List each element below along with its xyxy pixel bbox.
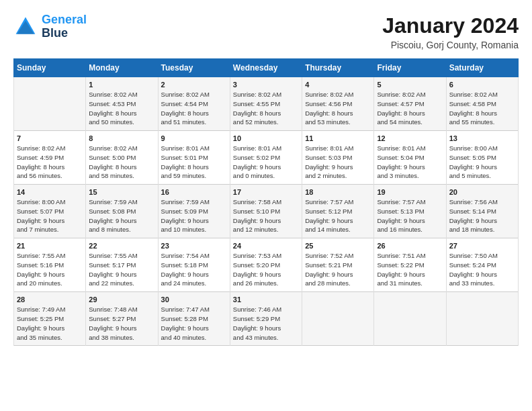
- day-cell: 2Sunrise: 8:02 AMSunset: 4:54 PMDaylight…: [158, 77, 230, 131]
- day-number: 20: [449, 188, 515, 196]
- header-cell-tuesday: Tuesday: [158, 59, 230, 77]
- day-cell: 27Sunrise: 7:50 AMSunset: 5:24 PMDayligh…: [446, 238, 518, 292]
- day-cell: 18Sunrise: 7:57 AMSunset: 5:12 PMDayligh…: [302, 185, 374, 238]
- day-number: 24: [233, 242, 299, 250]
- logo-text: General Blue: [42, 13, 87, 40]
- day-info: Sunrise: 8:01 AMSunset: 5:04 PMDaylight:…: [377, 144, 443, 181]
- day-cell: 12Sunrise: 8:01 AMSunset: 5:04 PMDayligh…: [374, 131, 446, 185]
- day-number: 31: [233, 295, 299, 304]
- header: General Blue January 2024 Piscoiu, Gorj …: [13, 13, 519, 50]
- day-info: Sunrise: 8:02 AMSunset: 4:57 PMDaylight:…: [377, 90, 443, 127]
- day-cell: [14, 77, 86, 131]
- day-number: 14: [17, 188, 83, 196]
- day-info: Sunrise: 7:46 AMSunset: 5:29 PMDaylight:…: [233, 305, 299, 342]
- day-number: 21: [17, 242, 83, 250]
- day-info: Sunrise: 7:59 AMSunset: 5:09 PMDaylight:…: [161, 197, 227, 234]
- day-info: Sunrise: 7:52 AMSunset: 5:21 PMDaylight:…: [305, 251, 371, 288]
- day-number: 16: [161, 188, 227, 196]
- calendar-title: January 2024: [382, 13, 519, 38]
- day-cell: 3Sunrise: 8:02 AMSunset: 4:55 PMDaylight…: [230, 77, 302, 131]
- day-info: Sunrise: 7:47 AMSunset: 5:28 PMDaylight:…: [161, 305, 227, 342]
- day-info: Sunrise: 8:01 AMSunset: 5:02 PMDaylight:…: [233, 144, 299, 181]
- day-number: 28: [17, 295, 83, 304]
- day-info: Sunrise: 7:59 AMSunset: 5:08 PMDaylight:…: [89, 197, 154, 234]
- day-info: Sunrise: 8:01 AMSunset: 5:01 PMDaylight:…: [161, 144, 227, 181]
- day-cell: 29Sunrise: 7:48 AMSunset: 5:27 PMDayligh…: [86, 292, 158, 346]
- title-block: January 2024 Piscoiu, Gorj County, Roman…: [382, 13, 519, 50]
- day-number: 9: [161, 134, 227, 142]
- day-number: 15: [89, 188, 154, 196]
- day-cell: 21Sunrise: 7:55 AMSunset: 5:16 PMDayligh…: [14, 238, 86, 292]
- header-cell-friday: Friday: [374, 59, 446, 77]
- day-cell: 15Sunrise: 7:59 AMSunset: 5:08 PMDayligh…: [86, 185, 158, 238]
- day-info: Sunrise: 8:02 AMSunset: 4:56 PMDaylight:…: [305, 90, 371, 127]
- day-cell: 7Sunrise: 8:02 AMSunset: 4:59 PMDaylight…: [14, 131, 86, 185]
- day-number: 7: [17, 134, 83, 142]
- day-cell: 30Sunrise: 7:47 AMSunset: 5:28 PMDayligh…: [158, 292, 230, 346]
- week-row-1: 1Sunrise: 8:02 AMSunset: 4:53 PMDaylight…: [14, 77, 519, 131]
- header-cell-wednesday: Wednesday: [230, 59, 302, 77]
- day-number: 23: [161, 242, 227, 250]
- logo: General Blue: [13, 13, 87, 40]
- day-number: 13: [449, 134, 515, 142]
- day-info: Sunrise: 7:53 AMSunset: 5:20 PMDaylight:…: [233, 251, 299, 288]
- day-info: Sunrise: 8:00 AMSunset: 5:05 PMDaylight:…: [449, 144, 515, 181]
- day-cell: 19Sunrise: 7:57 AMSunset: 5:13 PMDayligh…: [374, 185, 446, 238]
- day-cell: [302, 292, 374, 346]
- day-info: Sunrise: 7:57 AMSunset: 5:12 PMDaylight:…: [305, 197, 371, 234]
- day-info: Sunrise: 7:58 AMSunset: 5:10 PMDaylight:…: [233, 197, 299, 234]
- day-number: 4: [305, 81, 371, 89]
- week-row-2: 7Sunrise: 8:02 AMSunset: 4:59 PMDaylight…: [14, 131, 519, 185]
- day-info: Sunrise: 8:02 AMSunset: 4:59 PMDaylight:…: [17, 144, 83, 181]
- day-cell: [374, 292, 446, 346]
- day-number: 26: [377, 242, 443, 250]
- day-cell: 20Sunrise: 7:56 AMSunset: 5:14 PMDayligh…: [446, 185, 518, 238]
- day-cell: 13Sunrise: 8:00 AMSunset: 5:05 PMDayligh…: [446, 131, 518, 185]
- day-cell: 25Sunrise: 7:52 AMSunset: 5:21 PMDayligh…: [302, 238, 374, 292]
- day-info: Sunrise: 8:02 AMSunset: 4:55 PMDaylight:…: [233, 90, 299, 127]
- logo-icon: [13, 15, 38, 39]
- header-row: SundayMondayTuesdayWednesdayThursdayFrid…: [14, 59, 519, 77]
- day-number: 1: [89, 81, 154, 89]
- day-cell: 26Sunrise: 7:51 AMSunset: 5:22 PMDayligh…: [374, 238, 446, 292]
- week-row-4: 21Sunrise: 7:55 AMSunset: 5:16 PMDayligh…: [14, 238, 519, 292]
- day-info: Sunrise: 7:50 AMSunset: 5:24 PMDaylight:…: [449, 251, 515, 288]
- day-number: 17: [233, 188, 299, 196]
- day-number: 30: [161, 295, 227, 304]
- day-cell: 16Sunrise: 7:59 AMSunset: 5:09 PMDayligh…: [158, 185, 230, 238]
- day-info: Sunrise: 7:48 AMSunset: 5:27 PMDaylight:…: [89, 305, 154, 342]
- day-cell: 10Sunrise: 8:01 AMSunset: 5:02 PMDayligh…: [230, 131, 302, 185]
- week-row-5: 28Sunrise: 7:49 AMSunset: 5:25 PMDayligh…: [14, 292, 519, 346]
- calendar-subtitle: Piscoiu, Gorj County, Romania: [382, 40, 519, 50]
- day-number: 10: [233, 134, 299, 142]
- day-cell: 11Sunrise: 8:01 AMSunset: 5:03 PMDayligh…: [302, 131, 374, 185]
- day-info: Sunrise: 8:02 AMSunset: 5:00 PMDaylight:…: [89, 144, 154, 181]
- day-info: Sunrise: 7:55 AMSunset: 5:16 PMDaylight:…: [17, 251, 83, 288]
- svg-marker-1: [17, 21, 34, 34]
- page: General Blue January 2024 Piscoiu, Gorj …: [0, 0, 532, 411]
- day-cell: 6Sunrise: 8:02 AMSunset: 4:58 PMDaylight…: [446, 77, 518, 131]
- day-info: Sunrise: 8:01 AMSunset: 5:03 PMDaylight:…: [305, 144, 371, 181]
- day-number: 8: [89, 134, 154, 142]
- day-number: 12: [377, 134, 443, 142]
- day-cell: [446, 292, 518, 346]
- day-number: 19: [377, 188, 443, 196]
- day-info: Sunrise: 7:49 AMSunset: 5:25 PMDaylight:…: [17, 305, 83, 342]
- day-number: 11: [305, 134, 371, 142]
- day-cell: 22Sunrise: 7:55 AMSunset: 5:17 PMDayligh…: [86, 238, 158, 292]
- day-cell: 5Sunrise: 8:02 AMSunset: 4:57 PMDaylight…: [374, 77, 446, 131]
- day-number: 18: [305, 188, 371, 196]
- day-cell: 24Sunrise: 7:53 AMSunset: 5:20 PMDayligh…: [230, 238, 302, 292]
- header-cell-sunday: Sunday: [14, 59, 86, 77]
- day-info: Sunrise: 7:54 AMSunset: 5:18 PMDaylight:…: [161, 251, 227, 288]
- day-info: Sunrise: 8:02 AMSunset: 4:53 PMDaylight:…: [89, 90, 154, 127]
- day-info: Sunrise: 7:55 AMSunset: 5:17 PMDaylight:…: [89, 251, 154, 288]
- day-number: 27: [449, 242, 515, 250]
- week-row-3: 14Sunrise: 8:00 AMSunset: 5:07 PMDayligh…: [14, 185, 519, 238]
- day-number: 29: [89, 295, 154, 304]
- header-cell-monday: Monday: [86, 59, 158, 77]
- day-info: Sunrise: 8:02 AMSunset: 4:58 PMDaylight:…: [449, 90, 515, 127]
- day-cell: 23Sunrise: 7:54 AMSunset: 5:18 PMDayligh…: [158, 238, 230, 292]
- header-cell-thursday: Thursday: [302, 59, 374, 77]
- day-cell: 4Sunrise: 8:02 AMSunset: 4:56 PMDaylight…: [302, 77, 374, 131]
